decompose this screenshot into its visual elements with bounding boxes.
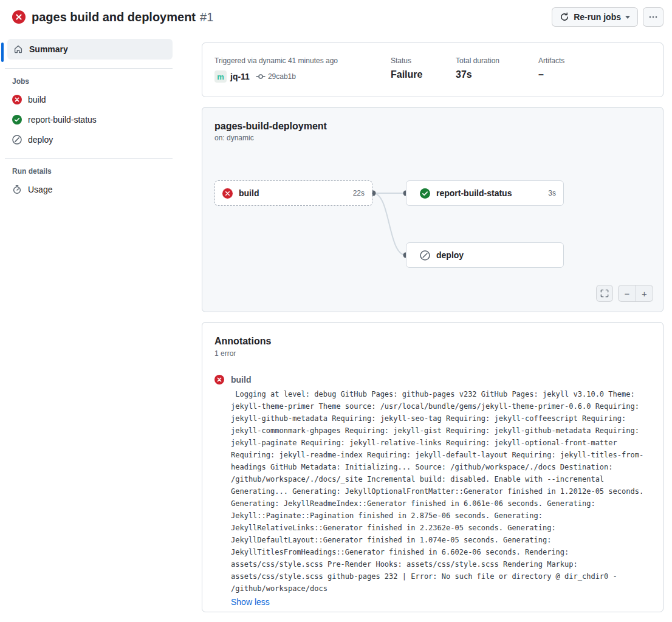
log-line: Requiring: jekyll-readme-index Requiring…: [231, 449, 651, 461]
graph-controls: − +: [596, 285, 653, 302]
log-line: /github/workspace/./docs/_site Increment…: [231, 473, 651, 485]
failure-icon: [214, 375, 224, 384]
node-label: deploy: [436, 250, 464, 260]
success-icon: [420, 188, 430, 199]
status-label: Status: [391, 56, 456, 65]
run-title: pages build and deployment: [32, 10, 196, 24]
sidebar-divider: [5, 158, 173, 159]
log-line: headings GitHub Metadata: Initializing..…: [231, 461, 651, 473]
job-label: build: [28, 95, 46, 104]
artifacts-value: –: [538, 69, 564, 80]
header-actions: Re-run jobs: [552, 7, 663, 27]
duration-value: 37s: [456, 69, 525, 80]
log-line: assets/css/style.scss Pre-Render Hooks: …: [231, 558, 651, 570]
sidebar-item-label: Summary: [29, 44, 68, 54]
node-label: build: [239, 188, 259, 198]
sidebar: Summary Jobs build report-build-status d…: [0, 39, 182, 199]
commit-sha[interactable]: 29cab1b: [268, 72, 296, 81]
annotations-card: Annotations 1 error build Logging at lev…: [202, 322, 663, 612]
actor-name[interactable]: jq-11: [230, 72, 250, 81]
log-line: JekyllRelativeLinks::Generator finished …: [231, 522, 651, 534]
log-line: Logging at level: debug GitHub Pages: gi…: [231, 388, 651, 400]
chevron-down-icon: [625, 16, 630, 19]
zoom-out-button[interactable]: −: [619, 285, 636, 301]
run-number: #1: [200, 10, 213, 24]
run-failure-icon: [12, 10, 26, 24]
node-duration: 22s: [353, 189, 365, 197]
duration-label: Total duration: [456, 56, 525, 65]
node-duration: 3s: [548, 189, 556, 197]
log-line: /github/workspace/docs: [231, 583, 651, 595]
run-header: pages build and deployment #1 Re-run job…: [0, 0, 672, 34]
avatar[interactable]: m: [214, 70, 227, 83]
annotation-log: Logging at level: debug GitHub Pages: gi…: [231, 388, 651, 595]
duration-column: Total duration 37s: [456, 56, 525, 83]
workflow-graph-card: pages-build-deployment on: dynamic build…: [202, 107, 663, 312]
node-label: report-build-status: [436, 188, 512, 198]
show-less-link[interactable]: Show less: [231, 597, 270, 607]
log-line: jekyll-paginate Requiring: jekyll-relati…: [231, 437, 651, 449]
home-icon: [13, 44, 23, 54]
workflow-graph[interactable]: build 22s report-build-status 3s deploy: [202, 108, 664, 313]
stopwatch-icon: [12, 185, 22, 194]
sync-icon: [560, 12, 569, 22]
commit-icon: [256, 72, 266, 81]
graph-node-report-build-status[interactable]: report-build-status 3s: [406, 180, 564, 206]
graph-node-deploy[interactable]: deploy: [406, 242, 564, 268]
sidebar-job-report-build-status[interactable]: report-build-status: [0, 109, 182, 129]
status-value: Failure: [391, 69, 456, 80]
log-line: Generating... Generating: JekyllOptional…: [231, 485, 651, 497]
success-icon: [12, 115, 22, 125]
log-line: jekyll-github-metadata Requiring: jekyll…: [231, 412, 651, 425]
skipped-icon: [420, 250, 430, 261]
more-options-button[interactable]: [643, 7, 663, 27]
log-line: JekyllTitlesFromHeadings::Generator fini…: [231, 546, 651, 558]
trigger-info: Triggered via dynamic 41 minutes ago m j…: [214, 56, 377, 83]
annotation-header: build: [214, 375, 651, 384]
sidebar-item-summary[interactable]: Summary: [7, 39, 173, 60]
triggered-text: Triggered via dynamic 41 minutes ago: [214, 56, 377, 65]
artifacts-column: Artifacts –: [538, 56, 564, 83]
skipped-icon: [12, 135, 22, 145]
sidebar-job-deploy[interactable]: deploy: [0, 129, 182, 149]
log-line: jekyll-theme-primer Theme source: /usr/l…: [231, 400, 651, 412]
graph-node-build[interactable]: build 22s: [214, 180, 372, 206]
sidebar-job-build[interactable]: build: [0, 89, 182, 109]
zoom-in-button[interactable]: +: [636, 285, 653, 301]
annotation-job-name: build: [231, 375, 251, 384]
job-label: report-build-status: [28, 115, 97, 125]
annotations-count: 1 error: [214, 349, 651, 358]
rerun-jobs-button[interactable]: Re-run jobs: [552, 7, 638, 27]
run-summary-card: Triggered via dynamic 41 minutes ago m j…: [202, 43, 663, 97]
failure-icon: [222, 188, 233, 199]
artifacts-label: Artifacts: [538, 56, 564, 65]
log-line: Jekyll::Paginate::Pagination finished in…: [231, 510, 651, 522]
rerun-jobs-label: Re-run jobs: [574, 12, 621, 22]
usage-label: Usage: [28, 185, 52, 194]
run-details-heading: Run details: [12, 167, 182, 176]
log-line: JekyllDefaultLayout::Generator finished …: [231, 534, 651, 546]
zoom-controls: − +: [618, 285, 653, 302]
jobs-heading: Jobs: [12, 77, 182, 86]
status-column: Status Failure: [391, 56, 456, 83]
sidebar-item-usage[interactable]: Usage: [0, 179, 182, 199]
log-line: assets/css/style.scss github-pages 232 |…: [231, 570, 651, 583]
kebab-icon: [648, 12, 658, 22]
sidebar-divider: [5, 68, 173, 69]
graph-edges: [202, 108, 664, 313]
job-label: deploy: [28, 135, 53, 145]
workflow-run-page: pages build and deployment #1 Re-run job…: [0, 0, 672, 622]
log-line: jekyll-commonmark-ghpages Requiring: jek…: [231, 425, 651, 437]
annotations-title: Annotations: [214, 336, 651, 347]
failure-icon: [12, 95, 22, 104]
fit-view-button[interactable]: [596, 285, 613, 302]
log-line: Generating: JekyllReadmeIndex::Generator…: [231, 497, 651, 510]
